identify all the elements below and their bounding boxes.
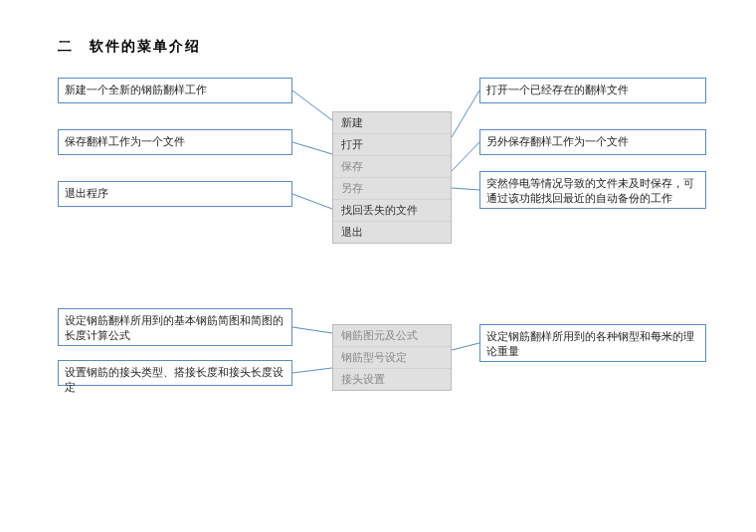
menu-panel-settings: 钢筋图元及公式 钢筋型号设定 接头设置 (332, 324, 452, 391)
desc-saveas: 另外保存翻样工作为一个文件 (479, 129, 706, 155)
desc-recover: 突然停电等情况导致的文件未及时保存，可通过该功能找回最近的自动备份的工作 (479, 171, 706, 209)
menu-item-model[interactable]: 钢筋型号设定 (333, 347, 451, 369)
desc-model: 设定钢筋翻样所用到的各种钢型和每米的理论重量 (479, 324, 706, 362)
desc-joint: 设置钢筋的接头类型、搭接长度和接头长度设定 (58, 360, 292, 386)
svg-line-6 (292, 327, 332, 333)
desc-open: 打开一个已经存在的翻样文件 (479, 78, 706, 103)
svg-line-5 (452, 188, 479, 190)
desc-new: 新建一个全新的钢筋翻样工作 (58, 78, 292, 103)
menu-item-save[interactable]: 保存 (333, 156, 451, 178)
menu-item-formula[interactable]: 钢筋图元及公式 (333, 325, 451, 347)
menu-panel-file: 新建 打开 保存 另存 找回丢失的文件 退出 (332, 111, 452, 244)
svg-line-8 (452, 343, 479, 350)
menu-item-exit[interactable]: 退出 (333, 222, 451, 243)
section-title: 二 软件的菜单介绍 (58, 38, 201, 56)
desc-exit: 退出程序 (58, 181, 292, 207)
desc-formula: 设定钢筋翻样所用到的基本钢筋简图和简图的长度计算公式 (58, 308, 292, 346)
menu-item-recover[interactable]: 找回丢失的文件 (333, 200, 451, 222)
svg-line-0 (292, 90, 332, 120)
svg-line-3 (452, 90, 479, 137)
svg-line-1 (292, 142, 332, 154)
menu-item-new[interactable]: 新建 (333, 112, 451, 134)
menu-item-joint[interactable]: 接头设置 (333, 369, 451, 390)
menu-item-open[interactable]: 打开 (333, 134, 451, 156)
svg-line-7 (292, 368, 332, 373)
svg-line-2 (292, 194, 332, 209)
menu-item-saveas[interactable]: 另存 (333, 178, 451, 200)
svg-line-4 (452, 142, 479, 171)
desc-save: 保存翻样工作为一个文件 (58, 129, 292, 155)
